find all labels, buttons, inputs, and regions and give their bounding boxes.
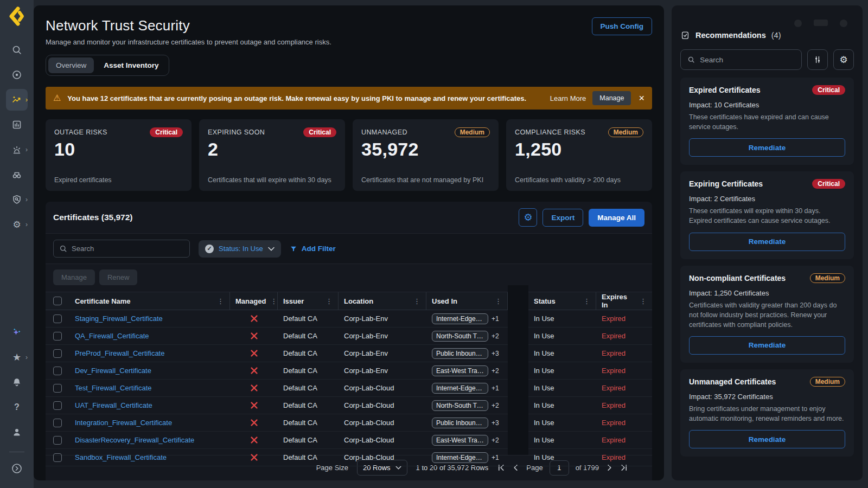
used-in-chip[interactable]: East-West Traffic... bbox=[432, 365, 488, 376]
banner-manage-button[interactable]: Manage bbox=[592, 91, 631, 105]
table-row[interactable]: UAT_Firewall_Certificate Default CA Corp… bbox=[46, 397, 652, 414]
table-row[interactable]: Dev_Firewall_Certificate Default CA Corp… bbox=[46, 362, 652, 380]
not-managed-icon bbox=[251, 332, 258, 339]
certificate-name-link[interactable]: QA_Firewall_Certificate bbox=[75, 332, 149, 340]
tab-overview[interactable]: Overview bbox=[48, 57, 94, 73]
certificate-name-link[interactable]: PreProd_Firewall_Certificate bbox=[75, 349, 164, 357]
location-cell: Corp-Lab-Env bbox=[339, 367, 426, 375]
column-menu-icon[interactable]: ⋮ bbox=[490, 297, 502, 305]
location-cell: Corp-Lab-Env bbox=[339, 349, 426, 357]
certificate-name-link[interactable]: Integration_Firewall_Certificate bbox=[75, 419, 172, 427]
row-checkbox[interactable] bbox=[53, 419, 62, 427]
chevron-right-icon: › bbox=[25, 146, 28, 153]
sidebar-item-investigate[interactable]: › bbox=[6, 189, 28, 210]
certificates-search[interactable] bbox=[53, 240, 190, 258]
sidebar-item-alerts[interactable]: › bbox=[6, 139, 28, 160]
remediate-button[interactable]: Remediate bbox=[689, 233, 845, 251]
brand-logo bbox=[7, 7, 27, 26]
certificate-name-link[interactable]: UAT_Firewall_Certificate bbox=[75, 401, 152, 409]
table-row[interactable]: Integration_Firewall_Certificate Default… bbox=[46, 414, 652, 432]
expires-cell: Expired bbox=[596, 419, 652, 427]
issuer-cell: Default CA bbox=[278, 384, 339, 392]
add-filter-button[interactable]: Add Filter bbox=[290, 245, 336, 253]
remediate-button[interactable]: Remediate bbox=[689, 336, 845, 355]
sidebar-item-discover[interactable] bbox=[6, 164, 28, 185]
recommendations-toolbar: ⚙ bbox=[680, 49, 854, 70]
certificate-name-link[interactable]: Staging_Firewall_Certificate bbox=[75, 314, 163, 323]
sidebar-collapse-toggle[interactable] bbox=[6, 458, 28, 479]
panel-settings-button[interactable]: ⚙ bbox=[833, 49, 854, 70]
table-row[interactable]: QA_Firewall_Certificate Default CA Corp-… bbox=[46, 328, 652, 345]
sidebar-item-boards[interactable] bbox=[6, 114, 28, 136]
bulk-renew-button[interactable]: Renew bbox=[99, 269, 137, 285]
filter-settings-button[interactable] bbox=[807, 49, 828, 70]
status-filter-chip[interactable]: ✓ Status: In Use bbox=[199, 240, 281, 258]
bulk-manage-button[interactable]: Manage bbox=[53, 269, 95, 285]
sidebar-item-network-security[interactable]: › bbox=[6, 89, 28, 111]
column-menu-icon[interactable]: ⋮ bbox=[635, 297, 647, 305]
remediate-button[interactable]: Remediate bbox=[689, 430, 845, 448]
row-checkbox[interactable] bbox=[53, 332, 62, 341]
certificate-name-link[interactable]: Sandbox_Firewall_Certificate bbox=[75, 453, 167, 461]
row-checkbox[interactable] bbox=[53, 384, 62, 393]
recommendations-search[interactable] bbox=[680, 49, 802, 70]
issuer-cell: Default CA bbox=[278, 367, 339, 375]
stat-value: 1,250 bbox=[515, 139, 643, 160]
certificate-name-link[interactable]: Test_Firewall_Certificate bbox=[75, 384, 152, 392]
severity-badge: Medium bbox=[810, 377, 845, 387]
column-menu-icon[interactable]: ⋮ bbox=[409, 297, 420, 305]
export-button[interactable]: Export bbox=[542, 209, 583, 227]
certificate-name-link[interactable]: DisasterRecovery_Firewall_Certificate bbox=[75, 436, 194, 444]
used-in-extra-count: +1 bbox=[492, 315, 499, 323]
stat-description: Expired certificates bbox=[54, 176, 183, 184]
sidebar-item-settings[interactable]: ⚙ › bbox=[6, 214, 28, 235]
table-row[interactable]: DisasterRecovery_Firewall_Certificate De… bbox=[46, 432, 652, 449]
sidebar-item-ai-assistant[interactable] bbox=[6, 322, 28, 343]
used-in-chip[interactable]: Public Inbound W... bbox=[432, 348, 488, 359]
row-checkbox[interactable] bbox=[53, 436, 62, 445]
row-checkbox[interactable] bbox=[53, 401, 62, 410]
not-managed-icon bbox=[251, 367, 258, 374]
close-icon[interactable]: × bbox=[639, 93, 644, 103]
table-row[interactable]: PreProd_Firewall_Certificate Default CA … bbox=[46, 345, 652, 362]
used-in-chip[interactable]: Internet-Edge-TLS bbox=[432, 383, 488, 394]
row-checkbox[interactable] bbox=[53, 349, 62, 358]
row-checkbox[interactable] bbox=[53, 314, 62, 323]
sidebar-item-help[interactable]: ? bbox=[6, 396, 28, 418]
used-in-chip[interactable]: Public Inbound W... bbox=[432, 418, 488, 428]
sidebar-item-target[interactable] bbox=[6, 64, 28, 86]
row-checkbox[interactable] bbox=[53, 367, 62, 375]
search-input[interactable] bbox=[700, 56, 795, 64]
issuer-cell: Default CA bbox=[278, 332, 339, 340]
used-in-chip[interactable]: East-West Traffic... bbox=[432, 435, 488, 446]
stat-label: EXPIRING SOON bbox=[208, 129, 265, 136]
check-circle-icon: ✓ bbox=[205, 245, 214, 253]
used-in-chip[interactable]: North-South Traf... bbox=[432, 400, 488, 411]
column-menu-icon[interactable]: ⋮ bbox=[213, 297, 224, 305]
remediate-button[interactable]: Remediate bbox=[689, 138, 845, 157]
used-in-chip[interactable]: North-South Traf... bbox=[432, 331, 488, 342]
table-row[interactable]: Test_Firewall_Certificate Default CA Cor… bbox=[46, 380, 652, 397]
used-in-chip[interactable]: Internet-Edge-TLS bbox=[432, 313, 488, 324]
sidebar-item-notifications[interactable] bbox=[6, 371, 28, 393]
table-row[interactable]: Sandbox_Firewall_Certificate Default CA … bbox=[46, 449, 652, 466]
board-icon bbox=[11, 119, 22, 130]
column-menu-icon[interactable]: ⋮ bbox=[266, 297, 277, 305]
sidebar-item-user[interactable] bbox=[6, 421, 28, 443]
issuer-cell: Default CA bbox=[278, 314, 339, 323]
sidebar-item-favorites[interactable]: ★ › bbox=[6, 346, 28, 368]
tab-asset-inventory[interactable]: Asset Inventory bbox=[96, 57, 166, 73]
table-row[interactable]: Staging_Firewall_Certificate Default CA … bbox=[46, 310, 652, 328]
learn-more-link[interactable]: Learn More bbox=[550, 94, 586, 102]
table-settings-button[interactable]: ⚙ bbox=[519, 208, 537, 227]
manage-all-button[interactable]: Manage All bbox=[589, 209, 644, 227]
used-in-chip[interactable]: Internet-Edge-TLS bbox=[432, 452, 488, 463]
certificate-name-link[interactable]: Dev_Firewall_Certificate bbox=[75, 367, 151, 375]
select-all-checkbox[interactable] bbox=[53, 297, 62, 305]
column-menu-icon[interactable]: ⋮ bbox=[579, 297, 590, 305]
search-input[interactable] bbox=[72, 245, 184, 253]
column-menu-icon[interactable]: ⋮ bbox=[321, 297, 333, 305]
sidebar-item-search[interactable] bbox=[6, 39, 28, 61]
push-config-button[interactable]: Push Config bbox=[592, 17, 653, 35]
row-checkbox[interactable] bbox=[53, 453, 62, 462]
